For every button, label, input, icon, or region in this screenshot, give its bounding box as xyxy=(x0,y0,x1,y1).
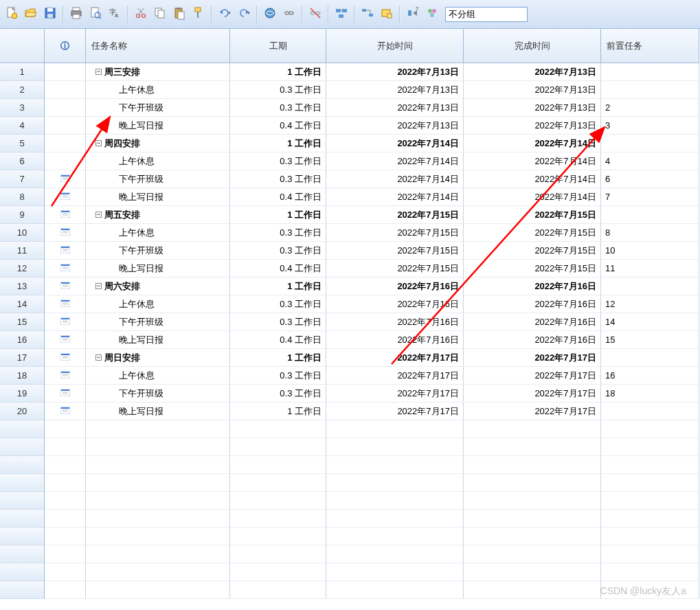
row-number[interactable] xyxy=(0,456,45,474)
duration-cell[interactable]: 0.3 工作日 xyxy=(230,385,326,403)
column-header-duration[interactable]: 工期 xyxy=(230,29,326,63)
task-name-cell[interactable] xyxy=(86,474,230,492)
finish-cell[interactable]: 2022年7月16日 xyxy=(464,278,601,295)
task-name-cell[interactable]: 晚上写日报 xyxy=(86,188,230,206)
info-cell[interactable] xyxy=(45,295,86,313)
new-file-button[interactable] xyxy=(3,5,21,23)
redo-button[interactable]: ▼ xyxy=(235,5,253,23)
open-button[interactable] xyxy=(22,5,40,23)
start-cell[interactable]: 2022年7月13日 xyxy=(326,63,464,81)
start-cell[interactable] xyxy=(326,474,464,492)
collapse-icon[interactable]: − xyxy=(95,140,102,146)
duration-cell[interactable] xyxy=(230,581,326,599)
duration-cell[interactable]: 0.3 工作日 xyxy=(230,99,326,117)
finish-cell[interactable] xyxy=(464,581,601,599)
row-number[interactable]: 14 xyxy=(0,295,45,313)
pred-cell[interactable] xyxy=(601,474,699,492)
start-cell[interactable]: 2022年7月15日 xyxy=(326,260,464,278)
row-number[interactable] xyxy=(0,492,45,510)
pred-cell[interactable] xyxy=(601,438,699,456)
paste-button[interactable] xyxy=(170,5,188,23)
pred-cell[interactable] xyxy=(601,349,699,367)
start-cell[interactable] xyxy=(326,528,464,545)
task-name-cell[interactable]: 上午休息 xyxy=(86,152,230,170)
duration-cell[interactable] xyxy=(230,528,326,545)
pred-cell[interactable]: 11 xyxy=(601,260,699,278)
duration-cell[interactable]: 0.3 工作日 xyxy=(230,152,326,170)
task-name-cell[interactable] xyxy=(86,528,230,545)
row-number[interactable]: 18 xyxy=(0,367,45,385)
info-cell[interactable] xyxy=(45,260,86,278)
start-cell[interactable]: 2022年7月14日 xyxy=(326,188,464,206)
finish-cell[interactable] xyxy=(464,492,601,510)
duration-cell[interactable]: 1 工作日 xyxy=(230,63,326,81)
info-cell[interactable] xyxy=(45,81,86,99)
pred-cell[interactable]: 10 xyxy=(601,242,699,260)
row-number[interactable]: 6 xyxy=(0,152,45,170)
finish-cell[interactable]: 2022年7月15日 xyxy=(464,206,601,224)
task-name-cell[interactable] xyxy=(86,492,230,510)
start-cell[interactable] xyxy=(326,545,464,563)
pred-cell[interactable]: 8 xyxy=(601,224,699,242)
row-number[interactable] xyxy=(0,563,45,581)
group-by-input[interactable] xyxy=(445,7,528,22)
finish-cell[interactable] xyxy=(464,474,601,492)
pred-cell[interactable]: 6 xyxy=(601,170,699,188)
info-cell[interactable] xyxy=(45,313,86,331)
start-cell[interactable]: 2022年7月17日 xyxy=(326,349,464,367)
row-number[interactable]: 8 xyxy=(0,188,45,206)
collapse-icon[interactable]: − xyxy=(95,69,102,75)
info-cell[interactable] xyxy=(45,331,86,349)
start-cell[interactable] xyxy=(326,438,464,456)
duration-cell[interactable]: 1 工作日 xyxy=(230,403,326,420)
row-number[interactable]: 10 xyxy=(0,224,45,242)
pred-cell[interactable] xyxy=(601,206,699,224)
row-number[interactable]: 7 xyxy=(0,170,45,188)
row-number[interactable]: 3 xyxy=(0,99,45,117)
duration-cell[interactable] xyxy=(230,456,326,474)
duration-cell[interactable] xyxy=(230,474,326,492)
row-number[interactable]: 15 xyxy=(0,313,45,331)
row-number[interactable]: 11 xyxy=(0,242,45,260)
finish-cell[interactable] xyxy=(464,545,601,563)
pred-cell[interactable] xyxy=(601,456,699,474)
info-cell[interactable] xyxy=(45,135,86,152)
info-cell[interactable] xyxy=(45,63,86,81)
start-cell[interactable] xyxy=(326,563,464,581)
row-number[interactable]: 5 xyxy=(0,135,45,152)
task-name-cell[interactable]: 晚上写日报 xyxy=(86,331,230,349)
duration-cell[interactable] xyxy=(230,420,326,438)
finish-cell[interactable]: 2022年7月14日 xyxy=(464,170,601,188)
finish-cell[interactable] xyxy=(464,456,601,474)
info-cell[interactable] xyxy=(45,349,86,367)
format-painter-button[interactable] xyxy=(190,5,207,23)
duration-cell[interactable] xyxy=(230,510,326,528)
unlink-button[interactable] xyxy=(280,5,298,23)
finish-cell[interactable]: 2022年7月14日 xyxy=(464,188,601,206)
collapse-icon[interactable]: − xyxy=(95,212,102,218)
info-cell[interactable] xyxy=(45,474,86,492)
task-name-cell[interactable] xyxy=(86,581,230,599)
finish-cell[interactable] xyxy=(464,528,601,545)
finish-cell[interactable]: 2022年7月16日 xyxy=(464,331,601,349)
duration-cell[interactable]: 0.4 工作日 xyxy=(230,188,326,206)
pred-cell[interactable] xyxy=(601,545,699,563)
pred-cell[interactable] xyxy=(601,581,699,599)
pred-cell[interactable]: 12 xyxy=(601,295,699,313)
print-button[interactable] xyxy=(67,5,85,23)
finish-cell[interactable]: 2022年7月14日 xyxy=(464,135,601,152)
duration-cell[interactable]: 0.3 工作日 xyxy=(230,295,326,313)
task-name-cell[interactable]: 上午休息 xyxy=(86,367,230,385)
column-header-finish[interactable]: 完成时间 xyxy=(464,29,601,63)
pred-cell[interactable] xyxy=(601,63,699,81)
corner-cell[interactable] xyxy=(0,29,45,63)
row-number[interactable]: 9 xyxy=(0,206,45,224)
cut-button[interactable] xyxy=(132,5,150,23)
finish-cell[interactable] xyxy=(464,563,601,581)
pred-cell[interactable] xyxy=(601,135,699,152)
pred-cell[interactable]: 15 xyxy=(601,331,699,349)
duration-cell[interactable]: 0.3 工作日 xyxy=(230,170,326,188)
finish-cell[interactable]: 2022年7月16日 xyxy=(464,295,601,313)
task-name-cell[interactable]: −周四安排 xyxy=(86,135,230,152)
duration-cell[interactable]: 0.3 工作日 xyxy=(230,224,326,242)
